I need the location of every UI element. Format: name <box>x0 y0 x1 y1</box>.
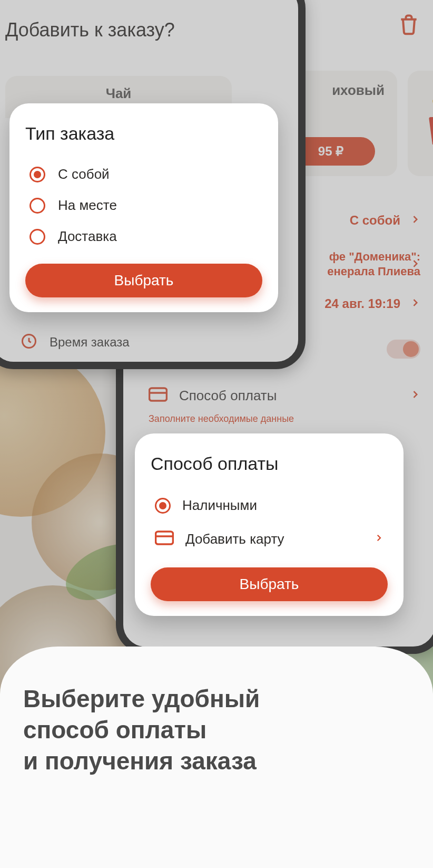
chevron-right-icon <box>410 213 420 228</box>
order-type-row[interactable]: С собой <box>350 213 420 228</box>
option-label: Доставка <box>58 228 117 245</box>
radio-icon <box>29 167 45 182</box>
modal-title: Тип заказа <box>25 123 262 144</box>
toggle-switch[interactable] <box>387 340 420 359</box>
promo-caption-sheet: Выберите удобный способ оплаты и получен… <box>0 647 433 868</box>
promo-screenshot: иховый 95 ₽ С собой фе "Доменика": енера… <box>0 0 433 868</box>
location-value: енерала Плиева <box>327 265 420 278</box>
chevron-right-icon <box>410 257 420 272</box>
chevron-right-icon <box>410 389 420 402</box>
modal-title: Способ оплаты <box>151 454 388 474</box>
chevron-right-icon <box>410 296 420 311</box>
clock-icon <box>21 333 37 351</box>
select-button[interactable]: Выбрать <box>151 567 388 601</box>
option-label: С собой <box>58 166 110 182</box>
payment-method-row[interactable]: Способ оплаты <box>149 387 420 404</box>
trash-icon <box>397 28 420 37</box>
radio-icon <box>29 229 45 245</box>
card-icon <box>155 531 174 547</box>
product-name: иховый <box>332 82 385 99</box>
radio-icon <box>29 198 45 214</box>
payment-option-cash[interactable]: Наличными <box>151 489 388 522</box>
location-value: фе "Доменика": <box>329 250 420 264</box>
select-button[interactable]: Выбрать <box>25 264 262 297</box>
card-icon <box>149 387 168 404</box>
promo-headline: Выберите удобный способ оплаты и получен… <box>23 683 410 777</box>
chevron-right-icon <box>374 533 383 545</box>
fries-icon <box>429 102 433 144</box>
location-row[interactable]: фе "Доменика": енерала Плиева <box>327 250 420 278</box>
order-type-option-delivery[interactable]: Доставка <box>25 221 262 252</box>
order-type-option-takeaway[interactable]: С собой <box>25 159 262 190</box>
delete-order-button[interactable] <box>397 13 420 38</box>
payment-method-label: Способ оплаты <box>179 388 398 404</box>
order-type-modal: Тип заказа С собой На месте Доставка Выб… <box>9 103 278 312</box>
order-time-row[interactable]: 24 авг. 19:19 <box>324 296 420 311</box>
product-name: Чай <box>106 85 132 101</box>
order-time-value: 24 авг. 19:19 <box>324 296 400 311</box>
payment-method-modal: Способ оплаты Наличными Добавить карту В… <box>135 433 404 616</box>
order-time-row[interactable]: Время заказа <box>21 333 130 351</box>
order-type-value: С собой <box>350 213 400 228</box>
product-card[interactable] <box>408 71 433 176</box>
option-label: На месте <box>58 197 117 214</box>
validation-warning: Заполните необходимые данные <box>149 413 294 425</box>
option-label: Добавить карту <box>185 531 362 547</box>
page-title: Добавить к заказу? <box>5 19 175 41</box>
order-time-label: Время заказа <box>50 335 130 350</box>
payment-option-add-card[interactable]: Добавить карту <box>151 522 388 556</box>
svg-rect-0 <box>150 388 167 401</box>
order-type-option-dinein[interactable]: На месте <box>25 190 262 221</box>
radio-icon <box>155 498 171 514</box>
option-label: Наличными <box>182 497 383 514</box>
svg-rect-3 <box>156 532 173 544</box>
